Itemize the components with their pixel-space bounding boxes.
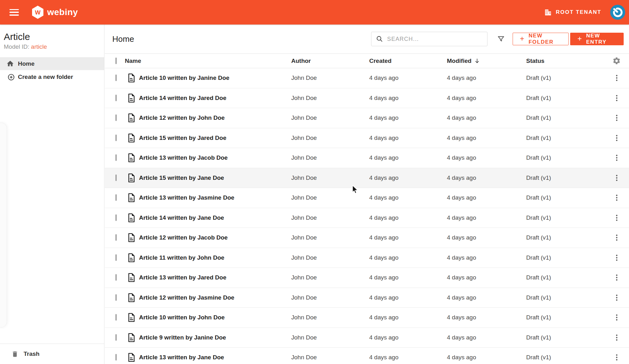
- row-checkbox[interactable]: [115, 174, 117, 181]
- hamburger-menu-icon[interactable]: [9, 9, 19, 16]
- row-name[interactable]: Article 14 written by Jared Doe: [139, 95, 226, 102]
- tenant-selector[interactable]: ROOT TENANT: [544, 8, 601, 16]
- row-created: 4 days ago: [369, 314, 447, 321]
- row-checkbox[interactable]: [115, 95, 117, 101]
- row-menu-button[interactable]: [611, 113, 622, 123]
- row-name[interactable]: Article 14 written by Jane Doe: [139, 214, 224, 221]
- row-checkbox[interactable]: [115, 74, 117, 81]
- row-checkbox[interactable]: [115, 194, 117, 201]
- row-name[interactable]: Article 12 written by John Doe: [139, 114, 225, 121]
- row-created: 4 days ago: [369, 354, 447, 361]
- row-checkbox[interactable]: [115, 154, 117, 161]
- row-menu-button[interactable]: [611, 292, 622, 303]
- model-title: Article: [4, 31, 104, 42]
- row-modified: 4 days ago: [447, 114, 526, 121]
- select-all-checkbox[interactable]: [115, 58, 117, 64]
- new-entry-button[interactable]: + NEW ENTRY: [570, 33, 624, 45]
- row-name[interactable]: Article 13 written by Jasmine Doe: [139, 194, 234, 201]
- row-menu-button[interactable]: [611, 192, 622, 203]
- row-status: Draft (v1): [526, 234, 604, 241]
- table-row[interactable]: Article 13 written by Jacob Doe John Doe…: [105, 148, 629, 168]
- row-status: Draft (v1): [526, 194, 604, 201]
- row-modified: 4 days ago: [447, 314, 526, 321]
- row-checkbox[interactable]: [115, 334, 117, 341]
- table-row[interactable]: Article 14 written by Jane Doe John Doe …: [105, 208, 629, 228]
- row-name[interactable]: Article 9 written by Janine Doe: [139, 334, 226, 341]
- row-checkbox[interactable]: [115, 254, 117, 261]
- table-row[interactable]: Article 13 written by Jared Doe John Doe…: [105, 268, 629, 288]
- table-row[interactable]: Article 15 written by Jane Doe John Doe …: [105, 168, 629, 188]
- row-author: John Doe: [291, 95, 369, 102]
- row-name[interactable]: Article 10 written by Janine Doe: [139, 74, 229, 81]
- row-menu-button[interactable]: [611, 352, 622, 363]
- column-header-name[interactable]: Name: [125, 58, 291, 64]
- row-menu-button[interactable]: [611, 152, 622, 163]
- document-icon: [127, 213, 136, 223]
- table-row[interactable]: Article 10 written by Janine Doe John Do…: [105, 68, 629, 88]
- table-row[interactable]: Article 13 written by Jane Doe John Doe …: [105, 348, 629, 364]
- table-row[interactable]: Article 12 written by John Doe John Doe …: [105, 108, 629, 128]
- column-header-status[interactable]: Status: [526, 58, 604, 64]
- table-row[interactable]: Article 12 written by Jacob Doe John Doe…: [105, 228, 629, 248]
- row-checkbox[interactable]: [115, 214, 117, 221]
- sidebar-item-home[interactable]: Home: [0, 57, 104, 70]
- table-row[interactable]: Article 14 written by Jared Doe John Doe…: [105, 88, 629, 108]
- row-created: 4 days ago: [369, 194, 447, 201]
- table-row[interactable]: Article 15 written by Jared Doe John Doe…: [105, 128, 629, 148]
- table-row[interactable]: Article 10 written by John Doe John Doe …: [105, 308, 629, 328]
- filter-funnel-icon: [497, 35, 505, 43]
- filter-button[interactable]: [496, 34, 506, 44]
- trash-label: Trash: [24, 350, 40, 357]
- search-icon: [376, 35, 383, 43]
- trash-item[interactable]: Trash: [0, 344, 104, 364]
- row-menu-button[interactable]: [611, 312, 622, 323]
- document-icon: [127, 353, 136, 362]
- document-icon: [127, 293, 136, 302]
- search-input[interactable]: [387, 36, 487, 42]
- row-name[interactable]: Article 11 written by John Doe: [139, 254, 224, 261]
- model-id: Model ID: article: [4, 43, 104, 50]
- row-created: 4 days ago: [369, 274, 447, 281]
- row-name[interactable]: Article 13 written by Jacob Doe: [139, 154, 228, 161]
- new-folder-button[interactable]: + NEW FOLDER: [513, 33, 569, 45]
- document-icon: [127, 253, 136, 262]
- row-menu-button[interactable]: [611, 232, 622, 243]
- row-menu-button[interactable]: [611, 73, 622, 83]
- gear-icon[interactable]: [611, 56, 622, 66]
- row-checkbox[interactable]: [115, 354, 117, 361]
- row-status: Draft (v1): [526, 274, 604, 281]
- column-header-created[interactable]: Created: [369, 58, 447, 64]
- create-folder-item[interactable]: Create a new folder: [0, 70, 104, 84]
- row-name[interactable]: Article 12 written by Jacob Doe: [139, 234, 228, 241]
- row-checkbox[interactable]: [115, 314, 117, 321]
- row-name[interactable]: Article 10 written by John Doe: [139, 314, 225, 321]
- row-menu-button[interactable]: [611, 272, 622, 283]
- webiny-logo[interactable]: W webiny: [31, 5, 78, 19]
- row-menu-button[interactable]: [611, 332, 622, 343]
- table-row[interactable]: Article 11 written by John Doe John Doe …: [105, 248, 629, 268]
- row-name[interactable]: Article 13 written by Jared Doe: [139, 274, 226, 281]
- row-menu-button[interactable]: [611, 133, 622, 143]
- row-status: Draft (v1): [526, 334, 604, 341]
- row-checkbox[interactable]: [115, 234, 117, 241]
- plus-icon: +: [577, 34, 582, 43]
- row-menu-button[interactable]: [611, 212, 622, 223]
- column-header-modified[interactable]: Modified: [447, 58, 526, 64]
- row-name[interactable]: Article 15 written by Jane Doe: [139, 174, 224, 181]
- table-row[interactable]: Article 9 written by Janine Doe John Doe…: [105, 328, 629, 348]
- row-modified: 4 days ago: [447, 194, 526, 201]
- table-row[interactable]: Article 12 written by Jasmine Doe John D…: [105, 288, 629, 308]
- row-checkbox[interactable]: [115, 114, 117, 121]
- row-name[interactable]: Article 12 written by Jasmine Doe: [139, 294, 234, 301]
- row-checkbox[interactable]: [115, 135, 117, 141]
- row-name[interactable]: Article 13 written by Jane Doe: [139, 354, 224, 361]
- row-menu-button[interactable]: [611, 93, 622, 103]
- row-checkbox[interactable]: [115, 294, 117, 301]
- table-row[interactable]: Article 13 written by Jasmine Doe John D…: [105, 188, 629, 208]
- avatar[interactable]: [610, 5, 625, 20]
- column-header-author[interactable]: Author: [291, 58, 369, 64]
- row-checkbox[interactable]: [115, 274, 117, 281]
- row-name[interactable]: Article 15 written by Jared Doe: [139, 135, 226, 141]
- row-menu-button[interactable]: [611, 252, 622, 263]
- row-menu-button[interactable]: [611, 173, 622, 183]
